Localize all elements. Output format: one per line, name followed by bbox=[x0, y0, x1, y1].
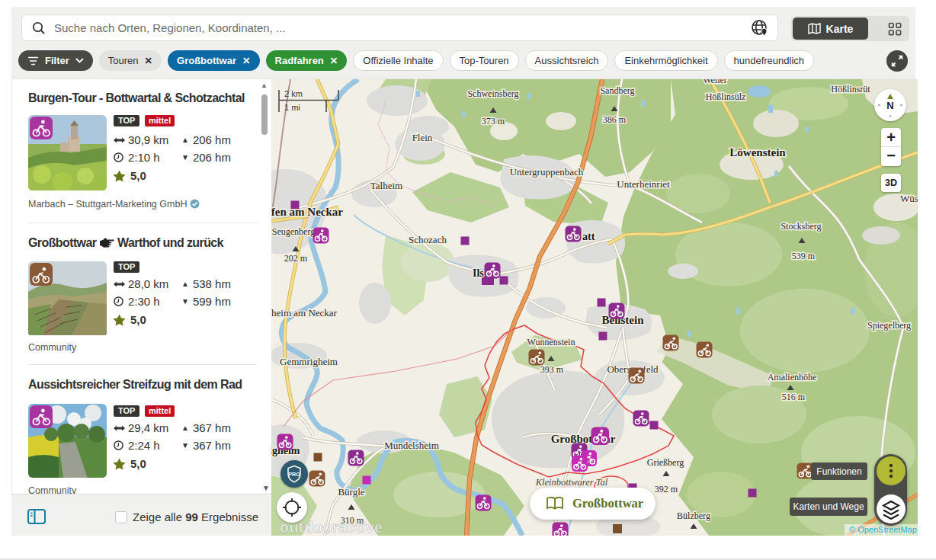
svg-text:516 m: 516 m bbox=[782, 392, 806, 402]
svg-text:Schozach: Schozach bbox=[409, 234, 447, 245]
svg-text:Hößlinsrüt: Hößlinsrüt bbox=[831, 84, 870, 94]
svg-text:Bülzberg: Bülzberg bbox=[677, 510, 710, 521]
svg-text:393 m: 393 m bbox=[540, 364, 564, 375]
svg-text:Weiler: Weiler bbox=[703, 79, 727, 85]
svg-text:392 m: 392 m bbox=[655, 484, 678, 494]
svg-text:Ils: Ils bbox=[473, 267, 484, 279]
svg-text:2 km: 2 km bbox=[284, 89, 303, 98]
svg-text:N: N bbox=[886, 100, 893, 111]
svg-text:Wüstenhausen: Wüstenhausen bbox=[900, 193, 918, 204]
svg-text:Bürgle: Bürgle bbox=[338, 486, 364, 498]
svg-text:Grießberg: Grießberg bbox=[647, 457, 684, 468]
svg-text:Talheim: Talheim bbox=[370, 180, 402, 191]
svg-text:Wunnenstein: Wunnenstein bbox=[527, 337, 575, 347]
svg-text:Untergruppenbach: Untergruppenbach bbox=[510, 166, 584, 178]
svg-text:1 mi: 1 mi bbox=[284, 103, 300, 112]
svg-text:Stocksberg: Stocksberg bbox=[781, 221, 821, 232]
svg-text:Gemmrigheim: Gemmrigheim bbox=[280, 356, 338, 367]
svg-text:Lauffen am Neckar: Lauffen am Neckar bbox=[271, 206, 343, 218]
svg-text:Kleinbottwarer Tal: Kleinbottwarer Tal bbox=[535, 477, 608, 488]
svg-text:Amalienhöhe: Amalienhöhe bbox=[768, 372, 817, 382]
svg-text:Mundelsheim: Mundelsheim bbox=[384, 440, 439, 451]
svg-text:Seugenberg: Seugenberg bbox=[272, 226, 315, 237]
svg-text:373 m: 373 m bbox=[482, 116, 505, 126]
svg-text:386 m: 386 m bbox=[603, 114, 627, 125]
svg-text:heim am Neckar: heim am Neckar bbox=[271, 307, 338, 318]
svg-text:Spiegelberg: Spiegelberg bbox=[867, 320, 911, 331]
svg-text:PRO: PRO bbox=[288, 472, 300, 477]
svg-text:Flein: Flein bbox=[412, 132, 433, 143]
svg-text:202 m: 202 m bbox=[284, 253, 308, 264]
svg-text:Hößlinsülz: Hößlinsülz bbox=[706, 91, 746, 102]
svg-text:Schweinsberg: Schweinsberg bbox=[467, 88, 518, 99]
svg-text:Unterheinriet: Unterheinriet bbox=[617, 178, 670, 190]
svg-text:© OpenStreetMap: © OpenStreetMap bbox=[849, 525, 917, 534]
svg-text:att: att bbox=[582, 231, 595, 242]
svg-text:Sandberg: Sandberg bbox=[600, 85, 634, 96]
svg-text:Löwenstein: Löwenstein bbox=[729, 146, 786, 158]
svg-text:539 m: 539 m bbox=[792, 251, 816, 261]
